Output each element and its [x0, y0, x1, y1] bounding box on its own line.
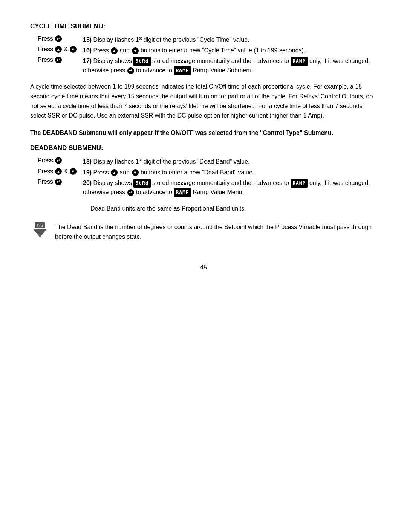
lcd-strd-20: 5tRd: [133, 179, 150, 188]
enter-button-icon-17: ↵: [55, 57, 62, 63]
up-icon-inline-19: ▲: [111, 169, 118, 176]
cycle-time-heading: CYCLE TIME SUBMENU:: [30, 23, 377, 30]
press-row-20: Press ↵ 20) Display shows 5tRd stored me…: [38, 179, 377, 197]
deadband-press-table: Press ↵ 18) Display flashes 1st digit of…: [38, 157, 377, 197]
cycle-time-body-text: A cycle time selected between 1 to 199 s…: [30, 82, 377, 120]
press-label-20: Press ↵: [38, 179, 83, 185]
deadband-section: DEADBAND SUBMENU: Press ↵ 18) Display fl…: [30, 144, 377, 242]
press-desc-17: 17) Display shows 5tRd stored message mo…: [83, 57, 377, 75]
deadband-heading: DEADBAND SUBMENU:: [30, 144, 377, 152]
cycle-time-section: CYCLE TIME SUBMENU: Press ↵ 15) Display …: [30, 23, 377, 121]
down-button-icon-16: ▼: [70, 46, 77, 53]
press-desc-19: 19) Press ▲ and ▼ buttons to enter a new…: [83, 168, 377, 177]
press-row-15: Press ↵ 15) Display flashes 1st digit of…: [38, 35, 377, 44]
tip-box: Tip The Dead Band is the number of degre…: [30, 222, 377, 242]
page-content: CYCLE TIME SUBMENU: Press ↵ 15) Display …: [30, 23, 377, 271]
cycle-time-press-table: Press ↵ 15) Display flashes 1st digit of…: [38, 35, 377, 75]
press-desc-18: 18) Display flashes 1st digit of the pre…: [83, 157, 377, 166]
press-row-16: Press ▲ & ▼ 16) Press ▲ and ▼ buttons to…: [38, 46, 377, 55]
press-label-18: Press ↵: [38, 157, 83, 164]
press-row-18: Press ↵ 18) Display flashes 1st digit of…: [38, 157, 377, 166]
down-icon-inline-16: ▼: [132, 47, 139, 54]
up-button-icon-19: ▲: [55, 168, 62, 175]
enter-button-icon-20: ↵: [55, 179, 62, 185]
tip-icon: Tip: [30, 222, 50, 237]
dead-band-units-note: Dead Band units are the same as Proporti…: [90, 204, 377, 214]
press-desc-20: 20) Display shows 5tRd stored message mo…: [83, 179, 377, 197]
down-icon-inline-19: ▼: [132, 169, 139, 176]
tip-text: The Dead Band is the number of degrees o…: [55, 222, 377, 242]
press-label-15: Press ↵: [38, 35, 83, 42]
press-label-17: Press ↵: [38, 57, 83, 63]
enter-button-icon-15: ↵: [55, 35, 62, 42]
press-desc-16: 16) Press ▲ and ▼ buttons to enter a new…: [83, 46, 377, 55]
press-label-19: Press ▲ & ▼: [38, 168, 83, 175]
enter-icon-inline-17: ↵: [127, 67, 134, 74]
lcd-ramp-20b: RAMP: [174, 188, 191, 197]
lcd-ramp-17b: RAMP: [174, 66, 191, 75]
deadband-notice: The DEADBAND Submenu will only appear if…: [30, 128, 377, 138]
up-icon-inline-16: ▲: [111, 47, 118, 54]
press-row-17: Press ↵ 17) Display shows 5tRd stored me…: [38, 57, 377, 75]
enter-icon-inline-20: ↵: [127, 189, 134, 196]
tip-arrow-icon: [33, 229, 47, 237]
lcd-ramp-17a: RAMP: [291, 57, 308, 66]
press-desc-15: 15) Display flashes 1st digit of the pre…: [83, 35, 377, 44]
page-number: 45: [30, 264, 377, 271]
lcd-strd-17: 5tRd: [133, 57, 150, 66]
down-button-icon-19: ▼: [70, 168, 77, 175]
up-button-icon-16: ▲: [55, 46, 62, 53]
press-row-19: Press ▲ & ▼ 19) Press ▲ and ▼ buttons to…: [38, 168, 377, 177]
enter-button-icon-18: ↵: [55, 157, 62, 164]
press-label-16: Press ▲ & ▼: [38, 46, 83, 53]
lcd-ramp-20a: RAMP: [291, 179, 308, 188]
tip-label: Tip: [35, 222, 45, 228]
